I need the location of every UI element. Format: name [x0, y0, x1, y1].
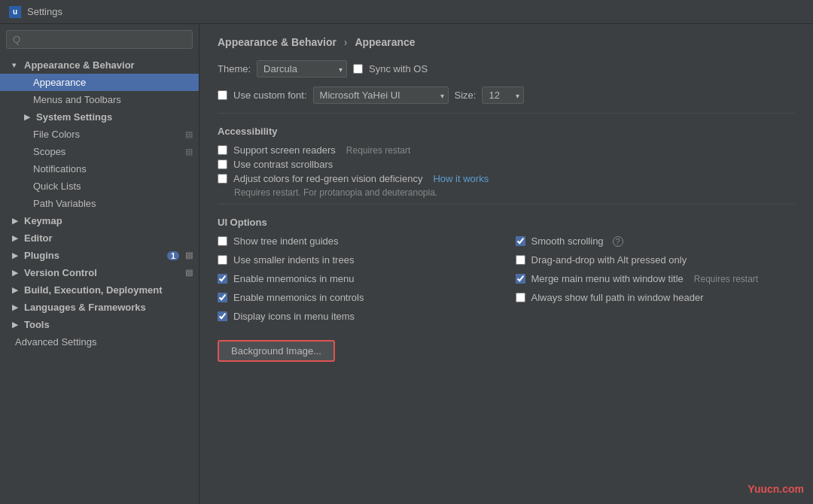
font-dropdown[interactable]: Microsoft YaHei UI: [313, 87, 449, 104]
drag-and-drop-label: Drag-and-drop with Alt pressed only: [531, 254, 687, 266]
chevron-right-icon: ▶: [12, 217, 21, 225]
edit-icon: ▤: [185, 268, 193, 278]
enable-mnemonics-menu-row: Enable mnemonics in menu: [218, 273, 498, 284]
show-tree-indent-row: Show tree indent guides: [218, 235, 498, 247]
sidebar-item-menus-toolbars[interactable]: Menus and Toolbars: [0, 91, 199, 108]
sidebar-item-keymap[interactable]: ▶ Keymap: [0, 212, 199, 229]
enable-mnemonics-controls-checkbox[interactable]: [218, 293, 227, 302]
smooth-scrolling-checkbox[interactable]: [516, 236, 525, 246]
support-screen-readers-label: Support screen readers: [233, 144, 336, 156]
drag-and-drop-checkbox[interactable]: [516, 255, 525, 265]
plugins-badge: 1: [167, 251, 179, 260]
smaller-indents-label: Use smaller indents in trees: [233, 254, 354, 266]
support-screen-readers-checkbox[interactable]: [218, 145, 227, 155]
breadcrumb-separator: ›: [344, 36, 351, 48]
chevron-right-icon: ▶: [12, 303, 21, 311]
merge-main-menu-label: Merge main menu with window title: [531, 273, 684, 284]
theme-label: Theme:: [218, 63, 251, 74]
theme-dropdown[interactable]: Darcula IntelliJ Light High Contrast: [257, 60, 347, 77]
edit-icon: ▤: [185, 129, 193, 139]
ui-options-title: UI Options: [218, 217, 795, 228]
size-dropdown-wrapper: 12 10 11 13 14 ▾: [482, 87, 524, 104]
contrast-scrollbars-label: Use contrast scrollbars: [233, 159, 333, 170]
contrast-scrollbars-checkbox[interactable]: [218, 159, 227, 169]
sidebar-item-editor[interactable]: ▶ Editor: [0, 229, 199, 247]
use-custom-font-checkbox[interactable]: [218, 90, 227, 100]
sidebar-item-languages-frameworks[interactable]: ▶ Languages & Frameworks: [0, 299, 199, 316]
chevron-right-icon: ▶: [12, 320, 21, 329]
drag-and-drop-row: Drag-and-drop with Alt pressed only: [516, 254, 796, 266]
font-dropdown-wrapper: Microsoft YaHei UI ▾: [313, 87, 449, 104]
always-full-path-row: Always show full path in window header: [516, 292, 796, 303]
separator2: [218, 204, 795, 205]
show-tree-indent-label: Show tree indent guides: [233, 235, 338, 247]
display-icons-menu-checkbox[interactable]: [218, 311, 227, 321]
sidebar-item-quick-lists[interactable]: Quick Lists: [0, 178, 199, 195]
size-label: Size:: [455, 90, 477, 101]
always-full-path-checkbox[interactable]: [516, 293, 525, 302]
chevron-right-icon: ▶: [12, 234, 21, 242]
use-custom-font-label: Use custom font:: [233, 90, 307, 101]
sidebar-item-appearance[interactable]: Appearance: [0, 74, 199, 91]
merge-main-menu-checkbox[interactable]: [516, 274, 525, 284]
smaller-indents-row: Use smaller indents in trees: [218, 254, 498, 266]
enable-mnemonics-menu-checkbox[interactable]: [218, 274, 227, 284]
enable-mnemonics-controls-row: Enable mnemonics in controls: [218, 292, 498, 303]
size-dropdown[interactable]: 12 10 11 13 14: [482, 87, 524, 104]
title-bar: u Settings: [0, 0, 813, 24]
main-layout: ▾ Appearance & Behavior Appearance Menus…: [0, 24, 813, 504]
chevron-down-icon: ▾: [12, 61, 21, 69]
show-tree-indent-checkbox[interactable]: [218, 236, 227, 246]
sidebar-tree: ▾ Appearance & Behavior Appearance Menus…: [0, 53, 199, 354]
chevron-right-icon: ▶: [12, 286, 21, 294]
sync-with-os-checkbox[interactable]: [353, 64, 363, 74]
theme-row: Theme: Darcula IntelliJ Light High Contr…: [218, 60, 795, 77]
chevron-right-icon: ▶: [12, 269, 21, 277]
separator: [218, 113, 795, 114]
breadcrumb: Appearance & Behavior › Appearance: [218, 36, 795, 48]
breadcrumb-part2: Appearance: [355, 36, 415, 48]
breadcrumb-part1: Appearance & Behavior: [218, 36, 336, 48]
adjust-colors-checkbox[interactable]: [218, 174, 227, 184]
smooth-scrolling-label: Smooth scrolling: [531, 235, 604, 247]
edit-icon: ▤: [185, 250, 193, 260]
sidebar-item-build-execution[interactable]: ▶ Build, Execution, Deployment: [0, 281, 199, 299]
support-screen-readers-restart: Requires restart: [346, 145, 410, 156]
sidebar-item-version-control[interactable]: ▶ Version Control ▤: [0, 264, 199, 281]
sync-with-os-label: Sync with OS: [369, 63, 428, 74]
adjust-colors-row: Adjust colors for red-green vision defic…: [218, 173, 795, 184]
sidebar-item-plugins[interactable]: ▶ Plugins 1 ▤: [0, 247, 199, 264]
smaller-indents-checkbox[interactable]: [218, 255, 227, 265]
sidebar-item-scopes[interactable]: Scopes ▤: [0, 143, 199, 160]
display-icons-menu-label: Display icons in menu items: [233, 311, 355, 322]
enable-mnemonics-controls-label: Enable mnemonics in controls: [233, 292, 364, 303]
sidebar-item-notifications[interactable]: Notifications: [0, 160, 199, 178]
app-logo: u: [9, 6, 21, 18]
background-image-button[interactable]: Background Image...: [218, 340, 335, 362]
accessibility-title: Accessibility: [218, 126, 795, 137]
sidebar-item-path-variables[interactable]: Path Variables: [0, 195, 199, 212]
content-area: Appearance & Behavior › Appearance Theme…: [199, 24, 813, 504]
merge-main-menu-restart: Requires restart: [694, 274, 758, 284]
sidebar-item-system-settings[interactable]: ▶ System Settings: [0, 108, 199, 126]
sidebar-item-appearance-behavior[interactable]: ▾ Appearance & Behavior: [0, 56, 199, 74]
adjust-colors-label: Adjust colors for red-green vision defic…: [233, 173, 422, 184]
search-input[interactable]: [6, 30, 193, 49]
custom-font-row: Use custom font: Microsoft YaHei UI ▾ Si…: [218, 87, 795, 104]
sidebar-item-file-colors[interactable]: File Colors ▤: [0, 126, 199, 143]
adjust-colors-note: Requires restart. For protanopia and deu…: [234, 187, 795, 198]
enable-mnemonics-menu-label: Enable mnemonics in menu: [233, 273, 354, 284]
contrast-scrollbars-row: Use contrast scrollbars: [218, 159, 795, 170]
how-it-works-link[interactable]: How it works: [433, 173, 489, 184]
display-icons-menu-row: Display icons in menu items: [218, 311, 498, 322]
chevron-right-icon: ▶: [12, 251, 21, 260]
watermark-text: Yuucn.com: [748, 483, 804, 495]
sidebar-item-advanced-settings[interactable]: Advanced Settings: [0, 333, 199, 351]
sidebar-item-tools[interactable]: ▶ Tools: [0, 316, 199, 333]
sidebar: ▾ Appearance & Behavior Appearance Menus…: [0, 24, 199, 504]
edit-icon: ▤: [185, 147, 193, 156]
title-bar-text: Settings: [27, 6, 62, 17]
ui-options-grid: Show tree indent guides Smooth scrolling…: [218, 235, 795, 325]
help-icon[interactable]: ?: [613, 236, 623, 247]
always-full-path-label: Always show full path in window header: [531, 292, 704, 303]
